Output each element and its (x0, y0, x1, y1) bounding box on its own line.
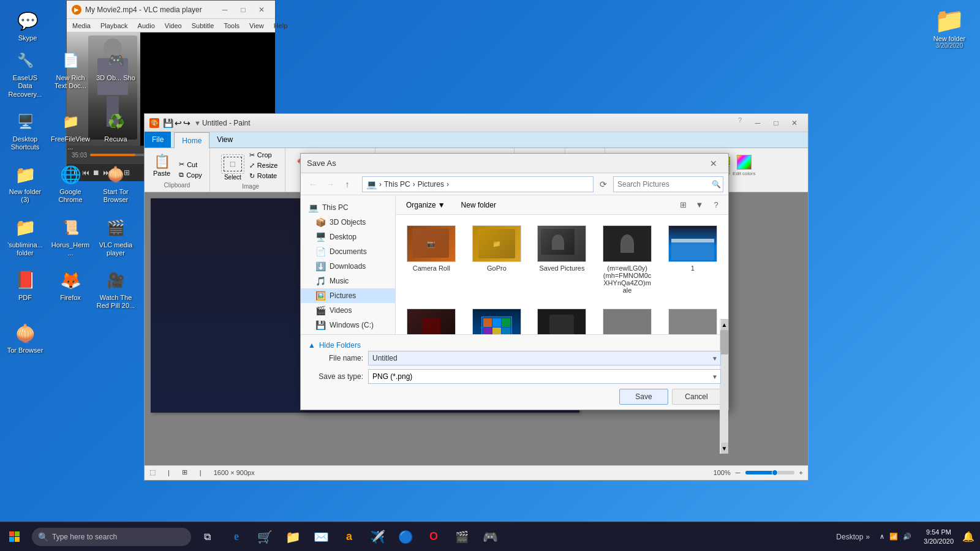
paint-minimize-btn[interactable]: ─ (749, 116, 766, 130)
paint-tab-view[interactable]: View (209, 132, 240, 148)
start-button[interactable] (0, 522, 29, 552)
file-male-image[interactable]: (m=ewlLG0y)(mh=FMNOM0cXHYnQa4ZO)male (598, 221, 657, 298)
sidebar-downloads[interactable]: ⬇️ Downloads (301, 259, 395, 274)
ribbon-crop-btn[interactable]: ✂ Crop (247, 151, 281, 160)
icon-pdf[interactable]: 📕 PDF (3, 266, 47, 312)
view-toggle-btn[interactable]: ⊞ (676, 198, 690, 212)
paint-maximize-btn[interactable]: □ (767, 116, 785, 130)
dialog-close-btn[interactable]: ✕ (705, 157, 722, 170)
sidebar-3dobjects[interactable]: 📦 3D Objects (301, 215, 395, 230)
filename-dropdown[interactable]: ▼ (712, 355, 718, 362)
vlc-menu-view[interactable]: View (247, 21, 266, 31)
paint-save-quick[interactable]: 💾 (163, 118, 173, 128)
vlc-window-controls[interactable]: ─ □ ✕ (216, 3, 270, 17)
savetype-dropdown-wrapper[interactable]: PNG (*.png) ▼ (368, 369, 721, 384)
tray-up-arrow[interactable]: ∧ (880, 533, 884, 541)
paint-tab-home[interactable]: Home (174, 132, 209, 148)
paint-redo-quick[interactable]: ↪ (183, 118, 190, 128)
sidebar-music[interactable]: 🎵 Music (301, 274, 395, 288)
ribbon-resize-btn[interactable]: ⤢ Resize (247, 161, 281, 170)
cancel-button[interactable]: Cancel (672, 389, 721, 405)
taskbar-search[interactable]: 🔍 Type here to search (32, 528, 191, 546)
scroll-thumb[interactable] (720, 330, 728, 334)
icon-skype[interactable]: 💬 Skype (3, 6, 52, 45)
file-bo-channel[interactable]: bo_channel_dro... (532, 304, 592, 334)
sidebar-documents[interactable]: 📄 Documents (301, 244, 395, 259)
taskbar-edge[interactable]: e (223, 523, 250, 550)
sidebar-windows[interactable]: 💾 Windows (C:) (301, 318, 395, 332)
ribbon-select-btn[interactable]: ⬚ (221, 154, 244, 174)
icon-subliminal[interactable]: 📁 'sublimina... folder (3, 213, 47, 260)
vlc-menu-audio[interactable]: Audio (135, 21, 157, 31)
vlc-menu-video[interactable]: Video (162, 21, 184, 31)
breadcrumb-pictures[interactable]: Pictures (418, 180, 444, 189)
icon-richtext[interactable]: 📄 New Rich Text Doc... (48, 46, 92, 101)
search-input[interactable] (617, 180, 709, 189)
vlc-menu-tools[interactable]: Tools (221, 21, 242, 31)
icon-easeus[interactable]: 🔧 EaseUS Data Recovery... (3, 46, 47, 101)
file-gopro[interactable]: 📁 GoPro (467, 221, 527, 298)
sidebar-desktop[interactable]: 🖥️ Desktop (301, 230, 395, 244)
vlc-menu-subtitle[interactable]: Subtitle (189, 21, 217, 31)
icon-watchred[interactable]: 🎥 Watch The Red Pill 20... (94, 266, 138, 312)
taskbar-ie[interactable]: 🔵 (392, 523, 419, 550)
icon-topright-newfolder[interactable]: 📁 New folder 3/20/2020 (925, 6, 974, 49)
icon-chrome[interactable]: 🌐 Google Chrome (48, 160, 92, 206)
taskbar-vlc[interactable]: 🎬 (448, 523, 475, 550)
new-folder-btn[interactable]: New folder (454, 198, 503, 212)
file-billing[interactable]: billing_address... (598, 304, 657, 334)
organize-btn[interactable]: Organize ▼ (401, 198, 451, 212)
scroll-up[interactable]: ▲ (721, 319, 728, 330)
file-610[interactable]: 610 (467, 304, 527, 334)
nav-up-btn[interactable]: ↑ (340, 177, 355, 192)
scrollbar[interactable]: ▲ ▼ (720, 319, 728, 334)
vlc-close-btn[interactable]: ✕ (253, 3, 270, 17)
file-1[interactable]: 1 (663, 221, 722, 298)
edit-colors-btn[interactable] (737, 155, 752, 170)
clock[interactable]: 9:54 PM 3/20/2020 (919, 528, 959, 545)
paint-tab-file[interactable]: File (145, 132, 171, 148)
hide-folders-btn[interactable]: ▲ Hide Folders (308, 340, 721, 351)
nav-forward-btn[interactable]: → (323, 177, 337, 192)
icon-shortcuts[interactable]: 🖥️ Desktop Shortcuts (3, 107, 47, 154)
breadcrumb-bar[interactable]: 💻 › This PC › Pictures › (362, 176, 594, 192)
paint-close-btn[interactable]: ✕ (786, 116, 803, 130)
icon-firefox[interactable]: 🦊 Firefox (48, 266, 92, 312)
icon-3dobj[interactable]: 🎮 3D Ob... Sho (94, 46, 138, 101)
vlc-maximize-btn[interactable]: □ (235, 3, 252, 17)
ribbon-copy-btn[interactable]: ⧉ Copy (176, 170, 205, 179)
sidebar-videos[interactable]: 🎬 Videos (301, 303, 395, 318)
paint-undo-quick[interactable]: ↩ (175, 118, 182, 128)
tray-network[interactable]: 📶 (889, 533, 898, 541)
vlc-menu-help[interactable]: Help (271, 21, 290, 31)
notifications-btn[interactable]: 🔔 (960, 523, 977, 550)
ribbon-rotate-btn[interactable]: ↻ Rotate (247, 171, 281, 181)
icon-horus[interactable]: 📜 Horus_Herm... (48, 213, 92, 260)
filename-input-wrapper[interactable]: ▼ (368, 351, 721, 365)
icon-newfolder[interactable]: 📁 New folder (3) (3, 160, 47, 206)
taskbar-amazon[interactable]: a (336, 523, 363, 550)
vlc-minimize-btn[interactable]: ─ (216, 3, 233, 17)
ribbon-paste-btn[interactable]: 📋 Paste (149, 151, 174, 179)
file-saved-pictures[interactable]: Saved Pictures (532, 221, 592, 298)
file-hitmari[interactable]: HITMARIMAGEM... (663, 304, 722, 334)
taskbar-explorer[interactable]: 📁 (279, 523, 306, 550)
taskbar-mail[interactable]: ✉️ (307, 523, 334, 550)
nav-back-btn[interactable]: ← (306, 177, 320, 192)
taskbar-opera[interactable]: O (420, 523, 447, 550)
desktop-btn[interactable]: Desktop » (834, 533, 872, 541)
icon-vlc-desktop[interactable]: 🎬 VLC media player (94, 213, 138, 260)
paint-window-controls[interactable]: ? ─ □ ✕ (738, 116, 803, 130)
tray-volume[interactable]: 🔊 (903, 533, 911, 541)
save-button[interactable]: Save (619, 389, 668, 405)
taskbar-tripadvisor[interactable]: ✈️ (364, 523, 391, 550)
icon-torbrowser[interactable]: 🧅 Tor Browser (3, 318, 47, 357)
scroll-track[interactable] (720, 330, 728, 334)
zoom-slider[interactable] (745, 471, 794, 474)
taskbar-taskview[interactable]: ⧉ (194, 523, 221, 550)
taskbar-steam[interactable]: 🎮 (477, 523, 503, 550)
search-box[interactable]: 🔍 (613, 176, 723, 192)
file-7[interactable]: 7 (402, 304, 461, 334)
help-btn[interactable]: ? (709, 198, 723, 212)
icon-freefileview[interactable]: 📁 FreeFileView... (48, 107, 92, 154)
